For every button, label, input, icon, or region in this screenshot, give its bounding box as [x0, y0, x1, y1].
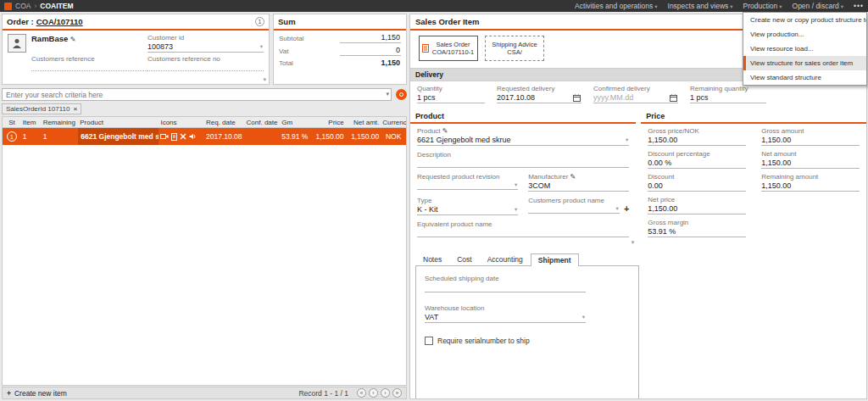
menu-inspects-and-views[interactable]: Inspects and views▾ [668, 2, 733, 10]
menu-item-view-production[interactable]: View production... [743, 27, 866, 42]
discount-percentage-input[interactable]: 0.00 % [648, 158, 746, 169]
speaker-icon[interactable] [189, 133, 197, 140]
customer-id-field[interactable]: 100873 ▾ [147, 42, 264, 53]
menu-item-view-resource-load[interactable]: View resource load... [743, 42, 866, 56]
menu-label: Inspects and views [668, 2, 729, 10]
customer-card: RamBase ✎ Customer id 100873 ▾ Customers… [3, 31, 269, 75]
chevron-down-icon[interactable]: ▾ [626, 136, 628, 143]
production-dropdown-menu: Create new or copy product structure to … [743, 12, 867, 86]
customers-reference-field[interactable] [31, 63, 147, 71]
chevron-down-icon[interactable]: ▾ [260, 43, 263, 50]
quantity-input[interactable]: 1 pcs [417, 92, 485, 103]
product-select[interactable]: 6621 Gjengebolt med skrue ▾ [417, 135, 629, 146]
last-page-button[interactable]: » [392, 388, 402, 398]
chevron-down-icon[interactable]: ▾ [515, 206, 517, 213]
page-title: COAITEM [40, 2, 73, 10]
collapse-panel-icon[interactable]: ▾ [263, 76, 266, 83]
customer-id-label: Customer id [147, 34, 264, 42]
item-tabs-area: Notes Cost Accounting Shipment Scheduled… [415, 253, 639, 399]
shipping-advice-card[interactable]: Shipping Advice CSA/ [485, 36, 544, 61]
net-price-label: Net price [648, 196, 746, 203]
menu-item-create-product-structure[interactable]: Create new or copy product structure to … [743, 13, 866, 27]
prev-page-button[interactable]: ‹ [369, 388, 378, 398]
require-serialnumber-label: Require serialnumber to ship [437, 337, 530, 345]
search-row: ▾ [2, 88, 407, 101]
equivalent-product-name-label: Equivalent product name [417, 220, 629, 228]
discount-input[interactable]: 0.00 [648, 181, 746, 192]
edit-icon[interactable]: ✎ [442, 127, 448, 135]
customers-product-name-select[interactable]: ▾ [528, 204, 620, 214]
gross-amount-field: Gross amount 1,150.00 [761, 127, 860, 146]
filter-chip-salesorderid[interactable]: SalesOrderId 107110 × [2, 103, 81, 114]
edit-icon[interactable]: ✎ [70, 36, 76, 43]
type-select[interactable]: K - Kit▾ [417, 204, 518, 215]
net-amount-label: Net amount [761, 150, 860, 158]
header-req-date: Req. date [204, 119, 245, 126]
sales-order-card[interactable]: Sales Order COA/107110-1 [419, 36, 478, 61]
order-link[interactable]: COA/107110 [36, 17, 83, 26]
tab-notes[interactable]: Notes [415, 253, 449, 265]
menu-production[interactable]: Production▾ [743, 2, 782, 10]
menu-item-view-structure-sales-order-item[interactable]: View structure for sales order item [743, 56, 866, 70]
chevron-down-icon[interactable]: ▾ [386, 91, 389, 97]
chevron-down-icon[interactable]: ▾ [616, 205, 619, 212]
header-st: St [3, 119, 21, 126]
filter-reset-icon[interactable] [396, 89, 407, 100]
header-remaining: Remaining [42, 119, 79, 126]
description-input[interactable] [417, 159, 629, 168]
first-page-button[interactable]: « [357, 388, 366, 398]
menu-open-discard[interactable]: Open / discard▾ [793, 2, 844, 10]
warehouse-location-label: Warehouse location [425, 304, 630, 312]
warehouse-location-select[interactable]: VAT ▾ [425, 312, 586, 323]
calendar-icon[interactable] [670, 94, 677, 102]
row-product-cell[interactable]: 6621 Gjengebolt med skrue [78, 128, 159, 145]
menu-item-view-standard-structure[interactable]: View standard structure [743, 70, 866, 85]
customers-reference-no-field[interactable] [147, 63, 264, 71]
item-tabs: Notes Cost Accounting Shipment [415, 253, 639, 266]
manufacturer-field: Manufacturer ✎ 3COM [528, 173, 629, 192]
more-options-icon[interactable]: ••• [854, 2, 864, 10]
customers-product-name-group: ▾ + [528, 204, 629, 214]
close-icon[interactable]: × [73, 105, 77, 113]
requested-delivery-field: Requested delivery 2017.10.08 [497, 85, 581, 103]
vat-label: Vat [279, 47, 288, 55]
breadcrumb-parent[interactable]: COA [15, 2, 31, 10]
requested-delivery-input[interactable]: 2017.10.08 [497, 92, 581, 103]
row-item-cell: 1 [21, 132, 42, 141]
customers-product-name-field: Customers product name ▾ + [528, 197, 629, 215]
chevron-down-icon[interactable]: ▾ [582, 314, 585, 320]
sum-subtotal-row: Subtotal 1,150 [274, 31, 406, 43]
confirmed-delivery-input[interactable]: yyyy.MM.dd [593, 92, 678, 103]
requested-revision-select[interactable]: ▾ [417, 181, 518, 190]
customer-name-cell: RamBase ✎ [31, 34, 147, 53]
table-row[interactable]: 1 1 1 6621 Gjengebolt med skrue 2017.10.… [3, 128, 406, 145]
customers-reference-cell: Customers reference [31, 55, 147, 71]
gross-price-value: 1,150.00 [648, 136, 677, 144]
manufacturer-label-text: Manufacturer [528, 173, 568, 181]
gross-price-input[interactable]: 1,150.00 [648, 135, 746, 146]
tab-shipment[interactable]: Shipment [531, 253, 579, 266]
create-new-item-button[interactable]: Create new item [14, 389, 67, 398]
tab-cost[interactable]: Cost [449, 253, 479, 265]
require-serialnumber-checkbox[interactable] [425, 337, 433, 345]
calendar-icon[interactable] [573, 94, 581, 102]
next-page-button[interactable]: › [381, 388, 390, 398]
discount-percentage-value: 0.00 % [648, 159, 671, 167]
chevron-down-icon[interactable]: ▾ [515, 181, 517, 188]
scheduled-shipping-date-input[interactable] [425, 282, 586, 292]
chip-label: SalesOrderId 107110 [6, 105, 70, 113]
tab-accounting[interactable]: Accounting [480, 253, 531, 265]
equivalent-product-name-input[interactable] [417, 228, 629, 237]
add-customers-product-name-button[interactable]: + [624, 204, 629, 214]
product-section: Product Product ✎ 6621 Gjengebolt med sk… [410, 110, 636, 246]
menu-activities-and-operations[interactable]: Activities and operations▾ [575, 2, 657, 10]
product-price-columns: Product Product ✎ 6621 Gjengebolt med sk… [410, 110, 866, 246]
remove-icon[interactable] [180, 133, 186, 140]
edit-icon[interactable]: ✎ [570, 173, 576, 181]
scroll-down-icon[interactable]: ▾ [632, 239, 635, 246]
search-input[interactable] [2, 88, 392, 101]
camera-icon[interactable] [160, 133, 169, 140]
document-icon[interactable] [171, 133, 177, 141]
net-amount-value-box: 1,150.00 [761, 158, 860, 169]
manufacturer-input[interactable]: 3COM [528, 181, 629, 192]
